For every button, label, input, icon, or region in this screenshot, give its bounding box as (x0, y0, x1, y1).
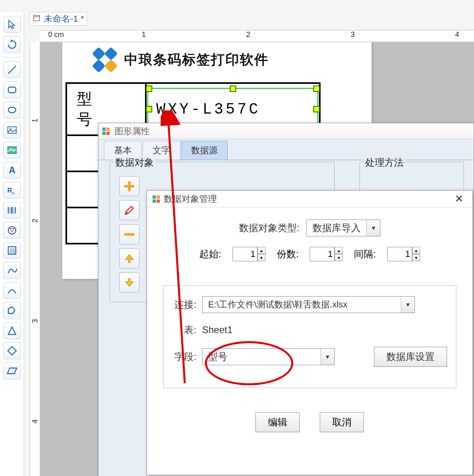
close-icon[interactable]: ✕ (451, 191, 468, 207)
field-combo[interactable]: 型号 ▼ (202, 348, 335, 365)
picture-tool[interactable] (3, 142, 21, 159)
tool-palette: A R≡ 回 (0, 12, 24, 476)
dialog-title: 图形属性 (114, 125, 150, 137)
qrcode-tool[interactable] (3, 222, 21, 239)
document-tab-title: 未命名-1 * (44, 13, 84, 25)
connect-combo[interactable]: E:\工作文件\测试数据\鞋舌数据.xlsx ▼ (202, 296, 415, 313)
svg-point-4 (8, 107, 16, 113)
svg-rect-20 (92, 59, 106, 73)
db-settings-button[interactable]: 数据库设置 (374, 347, 447, 367)
svg-rect-19 (104, 47, 118, 61)
chevron-down-icon: ▼ (321, 349, 334, 365)
svg-rect-15 (15, 207, 16, 214)
arc-tool[interactable] (3, 282, 21, 299)
app-logo-icon (90, 45, 119, 74)
interval-label: 间隔: (354, 248, 376, 260)
svg-rect-13 (11, 207, 12, 214)
data-object-manager-dialog[interactable]: 数据对象管理 ✕ 数据对象类型: 数据库导入 ▼ 起始: ▲▼ 份数: ▲▼ 间… (147, 190, 473, 475)
dialog2-title: 数据对象管理 (164, 193, 217, 205)
svg-text:A: A (8, 165, 15, 175)
add-data-button[interactable] (119, 176, 139, 196)
svg-text:≡: ≡ (12, 190, 15, 195)
barcode-tool[interactable] (3, 202, 21, 219)
document-tab[interactable]: 未命名-1 * (30, 12, 87, 26)
dialog-icon (102, 127, 110, 136)
svg-rect-21 (92, 47, 106, 61)
ellipse-tool[interactable] (3, 102, 21, 118)
type-label: 数据对象类型: (239, 222, 300, 234)
table-label: 表: (172, 323, 196, 336)
svg-rect-28 (153, 195, 156, 198)
type-combo[interactable]: 数据库导入 ▼ (306, 220, 380, 236)
start-spinner[interactable]: ▲▼ (233, 247, 266, 261)
triangle-tool[interactable] (3, 322, 21, 339)
chevron-down-icon: ▼ (401, 297, 415, 313)
tab-datasource[interactable]: 数据源 (181, 141, 228, 160)
svg-rect-14 (13, 207, 14, 214)
move-up-button[interactable] (119, 248, 139, 269)
svg-rect-24 (106, 127, 110, 130)
dialog-titlebar[interactable]: 图形属性 (98, 123, 474, 139)
move-down-button[interactable] (119, 273, 139, 293)
rounded-rect-tool[interactable] (3, 81, 21, 98)
cancel-button[interactable]: 取消 (320, 412, 364, 432)
copies-label: 份数: (277, 248, 299, 260)
vertical-ruler: 1 2 3 4 (30, 42, 40, 476)
interval-spinner[interactable]: ▲▼ (387, 247, 420, 261)
logo-header: 中琅条码标签打印软件 (90, 45, 269, 74)
svg-rect-26 (106, 131, 110, 134)
svg-rect-23 (102, 127, 106, 130)
connect-label: 连接: (172, 298, 196, 311)
svg-line-2 (8, 66, 16, 74)
parallelogram-tool[interactable] (3, 362, 21, 379)
svg-rect-31 (157, 199, 160, 202)
rotate-tool[interactable] (3, 36, 21, 53)
svg-rect-22 (104, 59, 118, 73)
svg-rect-12 (10, 207, 10, 214)
chevron-down-icon: ▼ (366, 220, 380, 236)
svg-text:回: 回 (10, 248, 15, 254)
ruler-origin: 0 cm (48, 31, 64, 39)
image-tool[interactable] (3, 122, 21, 138)
svg-rect-11 (8, 207, 8, 214)
dialog2-titlebar[interactable]: 数据对象管理 ✕ (147, 191, 472, 207)
diamond-tool[interactable] (3, 342, 21, 359)
path-tool[interactable]: 回 (3, 242, 21, 259)
svg-rect-3 (8, 87, 16, 93)
table-value: Sheet1 (202, 324, 233, 336)
svg-rect-0 (34, 15, 40, 20)
line-tool[interactable] (3, 61, 21, 78)
text-tool[interactable]: A (3, 162, 21, 179)
edit-button[interactable]: 编辑 (255, 412, 300, 432)
window-icon (33, 14, 41, 24)
edit-data-button[interactable] (119, 200, 139, 220)
horizontal-ruler: 0 cm 1 2 3 4 (40, 30, 474, 42)
remove-data-button[interactable] (119, 224, 139, 244)
dialog2-icon (152, 195, 161, 203)
polygon-tool[interactable] (3, 302, 21, 319)
svg-rect-30 (153, 199, 156, 202)
process-method-label: 处理方法 (364, 156, 405, 169)
copies-spinner[interactable]: ▲▼ (310, 247, 343, 261)
richtext-tool[interactable]: R≡ (3, 182, 21, 199)
data-object-label: 数据对象 (114, 156, 155, 169)
svg-rect-25 (102, 131, 106, 134)
curve-tool[interactable] (3, 262, 21, 279)
svg-text:R: R (7, 187, 12, 194)
field-label: 字段: (172, 350, 196, 363)
app-logo-text: 中琅条码标签打印软件 (124, 51, 269, 69)
start-label: 起始: (199, 248, 221, 260)
svg-rect-29 (157, 195, 160, 198)
pointer-tool[interactable] (3, 16, 21, 33)
